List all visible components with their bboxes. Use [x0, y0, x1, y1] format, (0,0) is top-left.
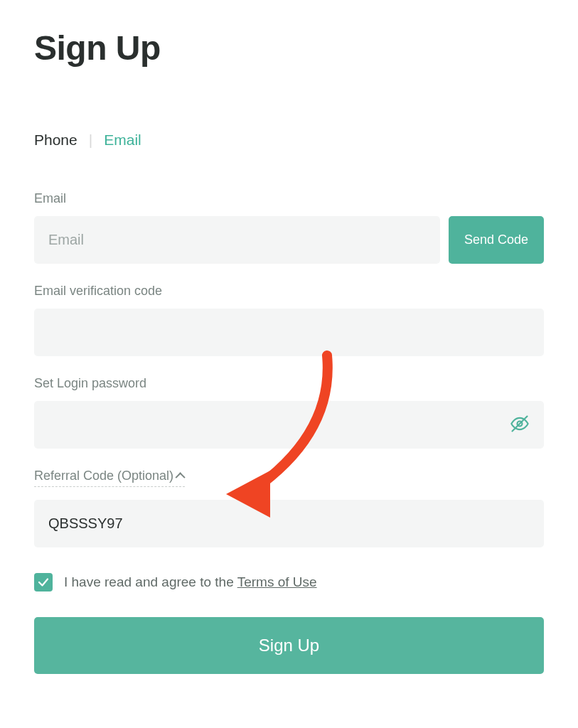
terms-row: I have read and agree to the Terms of Us…	[34, 573, 544, 592]
terms-prefix: I have read and agree to the	[64, 574, 237, 589]
terms-checkbox[interactable]	[34, 573, 53, 592]
signup-button[interactable]: Sign Up	[34, 617, 544, 674]
verification-label: Email verification code	[34, 284, 544, 299]
tab-phone[interactable]: Phone	[34, 132, 77, 149]
tab-divider: |	[89, 132, 92, 149]
email-field-block: Email Send Code	[34, 191, 544, 264]
verification-input[interactable]	[34, 309, 544, 356]
page-title: Sign Up	[34, 28, 544, 68]
terms-link[interactable]: Terms of Use	[237, 574, 317, 589]
referral-input[interactable]	[34, 500, 544, 547]
terms-text: I have read and agree to the Terms of Us…	[64, 574, 317, 590]
email-label: Email	[34, 191, 544, 206]
verification-field-block: Email verification code	[34, 284, 544, 356]
send-code-button[interactable]: Send Code	[449, 216, 544, 264]
password-label: Set Login password	[34, 376, 544, 391]
password-field-block: Set Login password	[34, 376, 544, 449]
eye-hidden-icon[interactable]	[510, 414, 530, 437]
chevron-up-icon	[176, 472, 186, 482]
referral-toggle[interactable]: Referral Code (Optional)	[34, 469, 185, 487]
password-input[interactable]	[34, 401, 544, 449]
referral-toggle-label: Referral Code (Optional)	[34, 469, 173, 483]
referral-field-block: Referral Code (Optional)	[34, 469, 544, 547]
tabs: Phone | Email	[34, 132, 544, 149]
tab-email[interactable]: Email	[104, 132, 141, 149]
email-input[interactable]	[34, 216, 440, 264]
